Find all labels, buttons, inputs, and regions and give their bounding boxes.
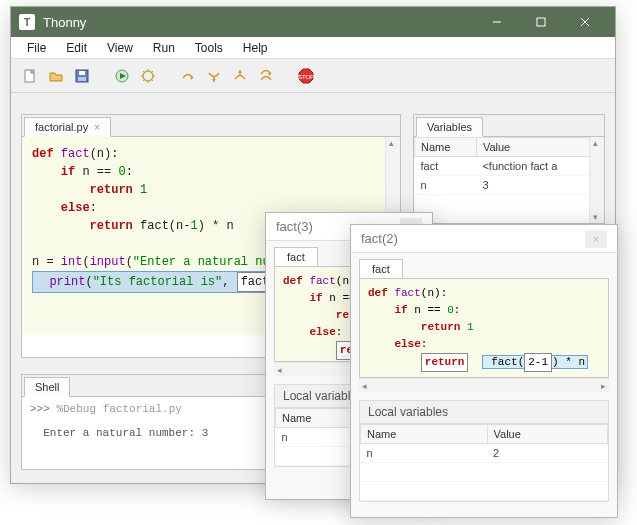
svg-marker-21 bbox=[212, 79, 216, 82]
menu-view[interactable]: View bbox=[97, 39, 143, 57]
step-into-icon[interactable] bbox=[203, 65, 225, 87]
frame-tab[interactable]: fact bbox=[359, 259, 403, 278]
app-icon: T bbox=[19, 14, 35, 30]
menu-edit[interactable]: Edit bbox=[56, 39, 97, 57]
active-expression: fact(2-1) * n bbox=[482, 355, 588, 369]
col-value[interactable]: Value bbox=[476, 138, 603, 157]
menu-help[interactable]: Help bbox=[233, 39, 278, 57]
svg-rect-7 bbox=[78, 77, 86, 81]
shell-tab[interactable]: Shell bbox=[24, 377, 70, 397]
new-file-icon[interactable] bbox=[19, 65, 41, 87]
app-title: Thonny bbox=[43, 15, 475, 30]
col-name[interactable]: Name bbox=[415, 138, 477, 157]
menu-tools[interactable]: Tools bbox=[185, 39, 233, 57]
stop-icon[interactable]: STOP bbox=[295, 65, 317, 87]
variables-tab[interactable]: Variables bbox=[416, 117, 483, 137]
frame-title: fact(3) bbox=[276, 219, 313, 234]
frame-hscroll[interactable]: ◂▸ bbox=[359, 378, 609, 392]
minimize-button[interactable] bbox=[475, 7, 519, 37]
save-icon[interactable] bbox=[71, 65, 93, 87]
variables-scrollbar[interactable]: ▴▾ bbox=[589, 137, 604, 223]
locals-table: NameValue n2 bbox=[360, 424, 608, 501]
variables-panel: Variables Name Value fact <function fact… bbox=[413, 114, 605, 224]
frame-code[interactable]: def fact(n): if n == 0: return 1 else: r… bbox=[359, 278, 609, 378]
debug-icon[interactable] bbox=[137, 65, 159, 87]
locals-header: Local variables bbox=[359, 400, 609, 423]
svg-marker-23 bbox=[238, 70, 242, 73]
close-button[interactable] bbox=[563, 7, 607, 37]
menu-file[interactable]: File bbox=[17, 39, 56, 57]
run-icon[interactable] bbox=[111, 65, 133, 87]
menu-run[interactable]: Run bbox=[143, 39, 185, 57]
step-out-icon[interactable] bbox=[229, 65, 251, 87]
svg-rect-6 bbox=[79, 71, 85, 75]
table-row[interactable]: n 3 bbox=[415, 176, 604, 195]
eval-frame: return bbox=[421, 353, 469, 372]
close-tab-icon[interactable]: × bbox=[94, 122, 100, 133]
table-row[interactable]: fact <function fact a bbox=[415, 157, 604, 176]
maximize-button[interactable] bbox=[519, 7, 563, 37]
open-file-icon[interactable] bbox=[45, 65, 67, 87]
editor-tab[interactable]: factorial.py × bbox=[24, 117, 111, 137]
variables-table: Name Value fact <function fact a n 3 bbox=[414, 137, 604, 195]
resume-icon[interactable] bbox=[255, 65, 277, 87]
svg-text:STOP: STOP bbox=[298, 74, 314, 80]
frame-title: fact(2) bbox=[361, 231, 398, 246]
toolbar: STOP bbox=[11, 59, 615, 93]
stack-frame-window-2: fact(2) × fact def fact(n): if n == 0: r… bbox=[350, 224, 618, 518]
table-row[interactable]: n2 bbox=[361, 444, 608, 463]
frame-titlebar[interactable]: fact(2) × bbox=[351, 225, 617, 253]
frame-close-icon[interactable]: × bbox=[585, 230, 607, 248]
menubar: File Edit View Run Tools Help bbox=[11, 37, 615, 59]
step-over-icon[interactable] bbox=[177, 65, 199, 87]
editor-tab-label: factorial.py bbox=[35, 121, 88, 133]
frame-tab[interactable]: fact bbox=[274, 247, 318, 266]
svg-rect-1 bbox=[537, 18, 545, 26]
titlebar: T Thonny bbox=[11, 7, 615, 37]
